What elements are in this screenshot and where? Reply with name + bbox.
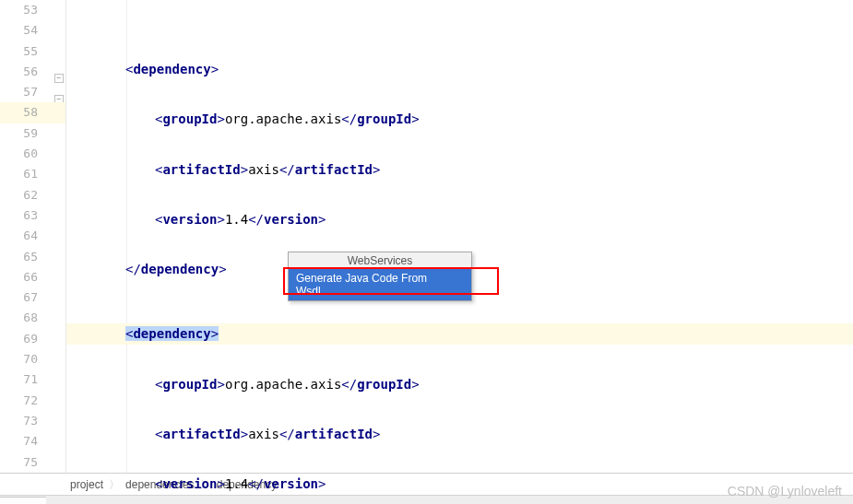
code-line[interactable]: <artifactId>axis</artifactId> — [66, 424, 853, 444]
line-number: 53 — [0, 0, 65, 20]
line-number: 66 — [0, 267, 65, 287]
line-number: 63 — [0, 205, 65, 226]
line-number: 64 — [0, 226, 65, 246]
line-number: 59 — [0, 123, 65, 144]
line-number: 74 — [0, 431, 65, 451]
context-submenu[interactable]: WebServices Generate Java Code From Wsdl… — [288, 252, 472, 301]
line-number: 72 — [0, 391, 65, 411]
line-number: 56 — [0, 62, 65, 82]
code-line[interactable]: <groupId>org.apache.axis</groupId> — [66, 109, 853, 129]
line-number: 70 — [0, 349, 65, 369]
line-number: 73 — [0, 411, 65, 431]
line-number: 69 — [0, 329, 65, 349]
line-number: 67 — [0, 287, 65, 308]
tool-window-tab[interactable] — [0, 497, 46, 504]
code-area[interactable]: <dependency> <groupId>org.apache.axis</g… — [66, 0, 853, 473]
line-number: 62 — [0, 185, 65, 205]
menu-item-generate-from-wsdl[interactable]: Generate Java Code From Wsdl... — [289, 269, 471, 300]
line-number: 55 — [0, 41, 65, 62]
line-number: 71 — [0, 369, 65, 390]
line-number: 57 — [0, 82, 65, 102]
submenu-title: WebServices — [289, 252, 471, 269]
line-number: 75 — [0, 452, 65, 473]
line-number: 65 — [0, 247, 65, 267]
line-gutter: − − 53 54 55 56 57 58 59 60 61 62 63 64 … — [0, 0, 66, 473]
line-number: 60 — [0, 144, 65, 164]
code-line[interactable]: <dependency> — [66, 59, 853, 79]
watermark-text: CSDN @Lynloveleft — [728, 484, 842, 498]
line-number: 61 — [0, 164, 65, 184]
line-number: 58 — [0, 102, 65, 123]
line-number: 68 — [0, 308, 65, 328]
line-number: 54 — [0, 20, 65, 41]
code-line[interactable]: <artifactId>axis</artifactId> — [66, 159, 853, 180]
code-line[interactable]: <groupId>org.apache.axis</groupId> — [66, 374, 853, 394]
code-editor[interactable]: − − 53 54 55 56 57 58 59 60 61 62 63 64 … — [0, 0, 853, 473]
code-line[interactable]: <dependency> — [66, 323, 853, 344]
code-line[interactable]: <version>1.4</version> — [66, 209, 853, 229]
